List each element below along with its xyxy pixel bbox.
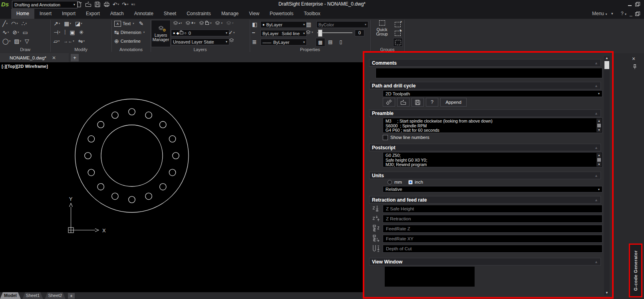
leader-tool-icon[interactable]: ✎ (139, 20, 144, 27)
transparency-slider-thumb[interactable] (318, 30, 322, 37)
explode-tool-icon[interactable]: ✳ (79, 29, 84, 36)
collapse-icon[interactable]: ▲ (594, 146, 598, 150)
transparency-slider[interactable] (317, 30, 352, 36)
spline-tool-icon[interactable]: ∿▾ (2, 29, 9, 36)
layer-state-combo[interactable]: Unsaved Layer State▾ (171, 38, 229, 45)
layer-check-icon[interactable]: ✓▾ (229, 30, 235, 36)
save-settings-button[interactable] (411, 98, 424, 107)
viewport-label[interactable]: [-][Top][2D Wireframe] (2, 64, 48, 69)
move-tool-icon[interactable]: ↗▾ (54, 20, 60, 27)
arc-tool-icon[interactable]: ◠▾ (11, 20, 18, 27)
toolpath-combo[interactable]: 2D Toolpath▾ (383, 90, 602, 97)
layer-freeze-icon[interactable]: ☀▾ (185, 21, 195, 26)
collapse-icon[interactable]: ▲ (594, 111, 598, 115)
restore-button[interactable] (634, 2, 640, 7)
postscript-textarea[interactable]: G0 Z50; Safe height G0 X0 Y0; M30; Rewin… (383, 152, 602, 167)
postscript-scrollbar[interactable]: ▲▼ (596, 153, 602, 166)
load-settings-button[interactable] (397, 98, 409, 107)
units-section-header[interactable]: Units▲ (369, 172, 601, 179)
rectangle-tool-icon[interactable]: ▭ (23, 29, 28, 36)
postscript-section-header[interactable]: Postscript▲ (369, 144, 601, 151)
menu-toggle[interactable]: Menu ▾ (592, 9, 607, 19)
quick-group-button[interactable]: Quick Group (373, 20, 391, 36)
feedrate-xy-input[interactable] (383, 235, 602, 243)
scrollbar-thumb[interactable] (604, 61, 609, 69)
dimension-tool[interactable]: ↹ Dimension▾ (114, 29, 145, 36)
preamble-textarea[interactable]: M3 ; Start spindle clockwise (looking fr… (383, 118, 602, 133)
palette-pin-icon[interactable] (631, 63, 638, 71)
coordinate-mode-combo[interactable]: Relative▾ (383, 186, 602, 192)
tab-insert[interactable]: Insert (34, 9, 57, 19)
gcode-generator-tab[interactable]: G-code Generator (629, 244, 642, 297)
collapse-icon[interactable]: ▲ (594, 84, 598, 88)
group-selection-icon[interactable] (393, 38, 403, 47)
layers-manager-button[interactable]: ⚙ Layers Manager (151, 20, 171, 47)
minimize-button[interactable] (627, 2, 633, 7)
document-tab[interactable]: NONAME_0.dwg* ✕ (0, 53, 69, 62)
tab-sheet[interactable]: Sheet (159, 9, 181, 19)
tab-constraints[interactable]: Constraints (181, 9, 216, 19)
collapse-icon[interactable]: ▲ (594, 198, 598, 202)
document-tab-close-icon[interactable]: ✕ (52, 55, 56, 61)
trim-tool-icon[interactable]: ⊣▾ (54, 29, 60, 36)
collapse-icon[interactable]: ▲ (594, 61, 598, 65)
help-button-panel[interactable]: ? (426, 98, 438, 107)
layer-isolate-icon[interactable]: ▾ (215, 21, 223, 26)
linestyle-list-icon[interactable]: ┅ (252, 30, 255, 36)
properties-panel-icon[interactable]: ▯ (336, 38, 345, 46)
view-window-preview[interactable] (385, 267, 475, 287)
offset-tool-icon[interactable]: ▣ (70, 29, 75, 36)
palette-close-icon[interactable]: × (632, 55, 635, 62)
preamble-section-header[interactable]: Preamble▲ (369, 109, 601, 117)
new-document-tab-button[interactable]: + (71, 54, 79, 61)
flip-tool-icon[interactable]: ⇋▾ (78, 38, 85, 44)
hatch-tool-icon[interactable]: ▨▾ (14, 38, 21, 44)
toolpath-settings-button[interactable] (383, 98, 395, 107)
pattern-tool-icon[interactable]: ▦▾ (64, 20, 71, 27)
erase-tool-icon[interactable]: ◪▾ (75, 20, 82, 27)
preamble-scrollbar[interactable]: ▲▼ (596, 119, 602, 132)
collapse-icon[interactable]: ▲ (594, 260, 598, 264)
view-window-section-header[interactable]: View Window▲ (369, 258, 601, 265)
polygon-tool-icon[interactable]: ▽ (25, 38, 29, 44)
doc-minimize-icon[interactable]: _ (630, 9, 632, 19)
hatch-pattern-icon[interactable]: ▥ (306, 21, 311, 28)
centerline-tool[interactable]: ⊕ Centerline (114, 38, 141, 44)
panel-scrollbar[interactable]: ▲ ▼ (604, 56, 610, 295)
scale-tool-icon[interactable]: ▱▾ (54, 38, 60, 44)
ellipse-tool-icon[interactable]: ⊘▾ (12, 29, 19, 36)
tab-annotate[interactable]: Annotate (129, 9, 159, 19)
tab-powertools[interactable]: Powertools (264, 9, 298, 19)
sheet-tab-model[interactable]: Model (0, 292, 21, 299)
z-retraction-input[interactable] (383, 215, 602, 223)
tab-attach[interactable]: Attach (105, 9, 129, 19)
scroll-up-icon[interactable]: ▲ (604, 56, 610, 61)
tab-import[interactable]: Import (57, 9, 81, 19)
ribbon-collapse-icon[interactable]: ▾ (611, 9, 613, 19)
drawing-canvas[interactable]: [-][Top][2D Wireframe] Y X (0, 62, 363, 292)
lineweight-combo[interactable]: ——ByLayer▾ (260, 39, 307, 46)
line-tool-icon[interactable]: ╱▾ (2, 20, 8, 27)
quick-properties-icon[interactable]: ▤ (326, 38, 335, 46)
ungroup-icon[interactable]: × (393, 20, 402, 28)
inch-radio[interactable] (408, 180, 413, 184)
layer-lock-icon[interactable]: ▾ (199, 21, 212, 26)
layer-unisolate-icon[interactable]: ▾ (226, 21, 234, 26)
split-tool-icon[interactable]: ⁞ (64, 29, 66, 36)
active-layer-combo[interactable]: ●◆○ 0 ▾ (171, 30, 229, 36)
retraction-section-header[interactable]: Retraction and feed rate▲ (369, 196, 601, 204)
annotation-monitor-icon[interactable]: ▩ (316, 38, 325, 47)
text-tool[interactable]: A Text▾ (114, 21, 134, 27)
tab-export[interactable]: Export (81, 9, 105, 19)
linestyle-combo[interactable]: ByLayerSolid line▾ (260, 30, 307, 37)
line-color-combo[interactable]: ●ByLayer▾ (260, 21, 307, 28)
depth-of-cut-input[interactable] (383, 245, 602, 253)
layer-on-icon[interactable]: ●▾ (173, 21, 182, 26)
sheet-tab-sheet1[interactable]: Sheet1 (22, 292, 43, 299)
mm-radio[interactable] (388, 180, 392, 184)
layer-transparency-icon[interactable]: ▾ (305, 30, 313, 35)
collapse-icon[interactable]: ▲ (594, 174, 598, 178)
sheet-tab-sheet2[interactable]: Sheet2 (45, 292, 66, 299)
path-drill-section-header[interactable]: Path and drill cycle▲ (369, 82, 601, 89)
match-properties-icon[interactable]: ◧ (252, 21, 257, 28)
